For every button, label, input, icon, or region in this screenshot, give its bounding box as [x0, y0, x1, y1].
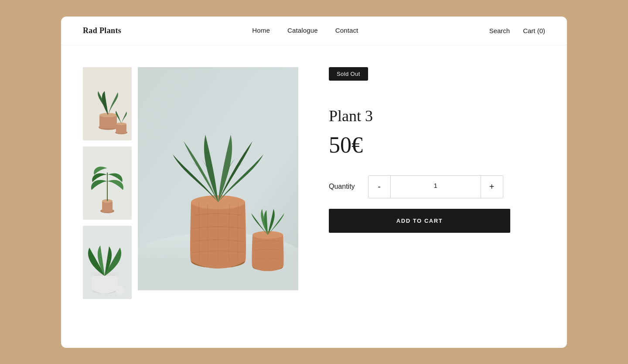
site-header: Rad Plants Home Catalogue Contact Search… [61, 17, 567, 45]
product-gallery [83, 67, 298, 299]
quantity-increase-button[interactable]: + [481, 176, 503, 198]
main-nav: Home Catalogue Contact [252, 27, 358, 34]
thumbnail-3[interactable] [83, 226, 132, 299]
product-name: Plant 3 [329, 107, 545, 125]
product-info: Sold Out Plant 3 50€ Quantity - 1 + ADD … [298, 67, 545, 299]
sold-out-badge: Sold Out [329, 67, 368, 81]
quantity-decrease-button[interactable]: - [369, 176, 390, 198]
product-price: 50€ [329, 132, 545, 158]
search-link[interactable]: Search [489, 27, 510, 34]
brand-logo[interactable]: Rad Plants [83, 26, 121, 35]
cart-link[interactable]: Cart (0) [523, 27, 545, 34]
nav-catalogue[interactable]: Catalogue [287, 27, 318, 34]
nav-contact[interactable]: Contact [335, 27, 358, 34]
thumbnail-list [83, 67, 132, 299]
svg-point-15 [116, 286, 124, 295]
main-product-image[interactable] [138, 67, 298, 290]
thumbnail-1[interactable] [83, 67, 132, 140]
quantity-value: 1 [390, 176, 481, 198]
thumbnail-2[interactable] [83, 146, 132, 220]
add-to-cart-button[interactable]: ADD TO CART [329, 209, 510, 233]
svg-rect-5 [116, 124, 126, 133]
quantity-label: Quantity [329, 183, 355, 191]
main-content: Sold Out Plant 3 50€ Quantity - 1 + ADD … [61, 45, 567, 321]
header-actions: Search Cart (0) [489, 27, 545, 34]
nav-home[interactable]: Home [252, 27, 270, 34]
quantity-control: - 1 + [368, 175, 503, 198]
product-page-window: Rad Plants Home Catalogue Contact Search… [61, 17, 567, 348]
quantity-row: Quantity - 1 + [329, 175, 545, 198]
